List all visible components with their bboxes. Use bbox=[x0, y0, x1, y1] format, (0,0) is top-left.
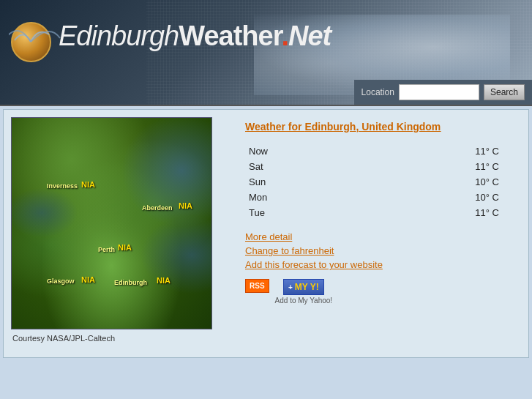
yahoo-button[interactable]: + MY Y! bbox=[283, 279, 324, 295]
add-forecast-link[interactable]: Add this forecast to your website bbox=[245, 259, 514, 270]
forecast-temp: 11° C bbox=[304, 143, 514, 159]
change-units-link[interactable]: Change to fahrenheit bbox=[245, 245, 514, 256]
forecast-temp: 11° C bbox=[304, 159, 514, 174]
forecast-temp: 10° C bbox=[304, 190, 514, 205]
badge-row: RSS + MY Y! Add to My Yahoo! bbox=[245, 279, 514, 305]
main-content: Inverness NIA Aberdeen NIA Perth NIA Edi… bbox=[3, 109, 529, 358]
yahoo-plus: + bbox=[288, 283, 293, 291]
map-label-aberdeen: Aberdeen bbox=[142, 204, 173, 212]
weather-title-prefix: Weather for bbox=[245, 121, 304, 133]
forecast-day: Now bbox=[245, 143, 304, 159]
map-nia-perth: NIA bbox=[118, 243, 132, 252]
forecast-row: Sat 11° C bbox=[245, 159, 514, 174]
map-panel: Inverness NIA Aberdeen NIA Perth NIA Edi… bbox=[11, 117, 227, 350]
map-label-inverness: Inverness bbox=[47, 182, 78, 190]
map-image: Inverness NIA Aberdeen NIA Perth NIA Edi… bbox=[11, 117, 212, 329]
logo-text: EdinburghWeather.Net bbox=[59, 20, 331, 52]
header: EdinburghWeather.Net Location Search bbox=[0, 0, 532, 106]
more-links: More detail Change to fahrenheit Add thi… bbox=[245, 231, 514, 270]
forecast-day: Mon bbox=[245, 190, 304, 205]
forecast-body: Now 11° C Sat 11° C Sun 10° C Mon 10° C … bbox=[245, 143, 514, 220]
map-nia-inverness: NIA bbox=[81, 180, 95, 189]
globe-icon bbox=[11, 22, 51, 62]
weather-country-link[interactable]: United Kingdom bbox=[361, 121, 441, 133]
logo-edinburgh: Edinburgh bbox=[59, 20, 179, 51]
map-credit: Courtesy NASA/JPL-Caltech bbox=[11, 334, 227, 343]
forecast-temp: 10° C bbox=[304, 174, 514, 190]
forecast-temp: 11° C bbox=[304, 205, 514, 220]
search-button[interactable]: Search bbox=[484, 84, 525, 100]
map-nia-glasgow: NIA bbox=[81, 275, 95, 284]
logo-dot: . bbox=[281, 20, 288, 51]
yahoo-add-text: Add to My Yahoo! bbox=[275, 297, 333, 305]
forecast-day: Sun bbox=[245, 174, 304, 190]
forecast-day: Tue bbox=[245, 205, 304, 220]
forecast-row: Tue 11° C bbox=[245, 205, 514, 220]
map-label-perth: Perth bbox=[98, 246, 115, 253]
search-bar: Location Search bbox=[354, 80, 532, 105]
logo-net: Net bbox=[288, 20, 331, 51]
more-detail-link[interactable]: More detail bbox=[245, 231, 514, 242]
forecast-row: Sun 10° C bbox=[245, 174, 514, 190]
map-label-edinburgh: Edinburgh bbox=[114, 279, 147, 286]
rss-badge[interactable]: RSS bbox=[245, 279, 269, 293]
logo-weather: Weather bbox=[179, 20, 281, 51]
logo bbox=[11, 22, 51, 62]
forecast-day: Sat bbox=[245, 159, 304, 174]
location-input[interactable] bbox=[399, 84, 479, 100]
weather-title: Weather for Edinburgh, United Kingdom bbox=[245, 121, 514, 133]
map-label-glasgow: Glasgow bbox=[47, 277, 75, 285]
forecast-table: Now 11° C Sat 11° C Sun 10° C Mon 10° C … bbox=[245, 143, 514, 220]
yahoo-y: MY Y! bbox=[295, 282, 319, 292]
map-nia-aberdeen: NIA bbox=[179, 201, 192, 210]
weather-panel: Weather for Edinburgh, United Kingdom No… bbox=[238, 117, 521, 350]
location-label: Location bbox=[361, 87, 394, 97]
weather-city-link[interactable]: Edinburgh bbox=[304, 121, 356, 133]
forecast-row: Mon 10° C bbox=[245, 190, 514, 205]
forecast-row: Now 11° C bbox=[245, 143, 514, 159]
yahoo-badge: + MY Y! Add to My Yahoo! bbox=[275, 279, 333, 305]
map-nia-edinburgh: NIA bbox=[157, 276, 171, 285]
